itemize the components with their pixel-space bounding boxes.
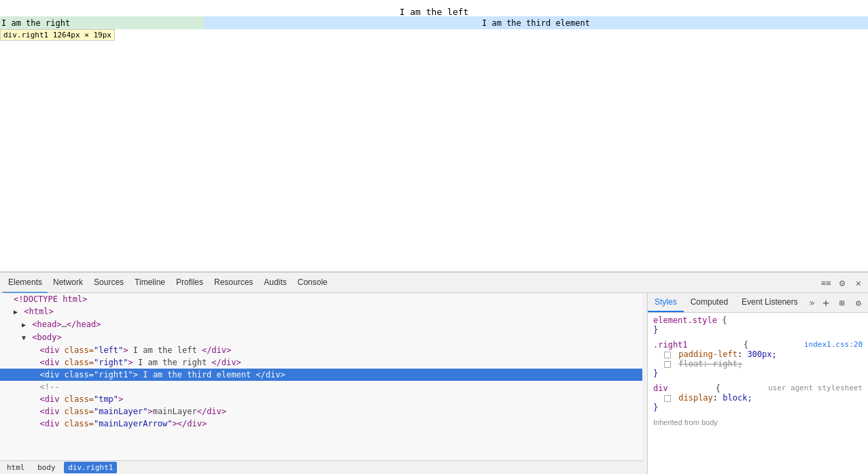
right-element: I am the right xyxy=(0,16,204,29)
element-tooltip: div.right1 1264px × 19px xyxy=(0,29,115,41)
right-text: I am the right xyxy=(1,18,70,28)
right1-text: I am the third element xyxy=(482,18,590,28)
left-element-text: I am the left xyxy=(400,7,469,17)
right1-element: I am the third element xyxy=(204,16,868,29)
preview-row: I am the right I am the third element xyxy=(0,16,868,29)
browser-preview: I am the left I am the right I am the th… xyxy=(0,0,868,272)
